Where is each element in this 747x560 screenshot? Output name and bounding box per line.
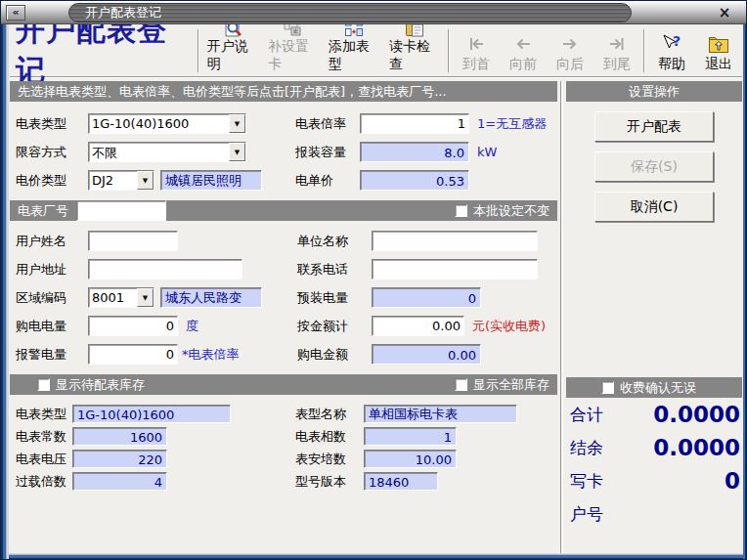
toolbar-button-label: 帮助 <box>658 56 685 73</box>
chevron-down-icon[interactable]: ▼ <box>137 288 154 307</box>
ratio-label: 电表倍率 <box>295 115 360 133</box>
limit-label: 限容方式 <box>10 144 88 161</box>
go-last-button: 到尾 <box>593 25 640 76</box>
model-name-label: 表型名称 <box>295 406 364 423</box>
address-row: 用户地址 联系电话 <box>10 255 557 283</box>
add-meter-model-button[interactable]: 添加表型 <box>324 25 384 76</box>
alarm-qty-row: 报警电量 *电表倍率 购电金额 0.00 <box>10 340 557 368</box>
title-bar: « 开户配表登记 × <box>1 1 746 24</box>
org-label: 单位名称 <box>295 233 372 250</box>
phone-label: 联系电话 <box>295 261 372 279</box>
constant-label: 电表常数 <box>10 428 72 446</box>
help-cursor-icon: ? <box>660 32 683 56</box>
page-title: 开户配表登记 <box>10 25 195 76</box>
window-title: 开户配表登记 <box>85 4 161 22</box>
factory-number-bar: 电表厂号 本批设定不变 <box>10 200 557 221</box>
limit-mode-dropdown[interactable]: 不限 ▼ <box>88 142 246 162</box>
last-arrow-icon <box>606 32 628 56</box>
read-card-check-button[interactable]: 读卡检查 <box>384 25 445 76</box>
purchase-qty-label: 购电电量 <box>10 318 88 335</box>
balance-label: 结余 <box>570 437 603 459</box>
factory-number-input[interactable] <box>76 200 166 221</box>
toolbar-separator <box>448 29 450 72</box>
next-arrow-icon <box>559 32 581 56</box>
ratio-hint: 1=无互感器 <box>477 115 547 133</box>
svg-text:?: ? <box>673 33 681 49</box>
assign-meter-button[interactable]: 开户配表 <box>594 111 714 142</box>
voltage-label: 电表电压 <box>10 451 72 468</box>
action-panel: 设置操作 开户配表 保存(S) 取消(C) 收费确认无误 合计 0.0000 <box>566 81 742 554</box>
unit-price-field: 0.53 <box>360 170 469 191</box>
show-all-stock-checkbox[interactable] <box>455 378 467 391</box>
phone-input[interactable] <box>372 259 538 280</box>
version-field: 18460 <box>364 472 438 491</box>
model-name-field: 单相国标电卡表 <box>364 405 517 423</box>
fee-confirm-checkbox[interactable] <box>601 381 614 394</box>
address-input[interactable] <box>88 259 242 280</box>
meter-type-value: 1G-10(40)1600 <box>89 114 229 133</box>
chevron-down-icon[interactable]: ▼ <box>229 114 245 133</box>
chevron-down-icon[interactable]: ▼ <box>137 171 154 190</box>
price-type-row: 电价类型 DJ2 ▼ 城镇居民照明 电单价 0.53 <box>10 166 557 194</box>
purchase-qty-row: 购电电量 度 按金额计 元(实收电费) <box>10 312 557 340</box>
summary-row-writecard: 写卡 0 <box>566 464 742 497</box>
help-button[interactable]: ? 帮助 <box>648 25 695 76</box>
ampere-field: 10.00 <box>364 450 457 468</box>
info-type-label: 电表类型 <box>10 406 72 423</box>
show-pending-stock-label: 显示待配表库存 <box>56 376 145 394</box>
form-area: 先选择电表类型、电表倍率、电价类型等后点击[开户配表]，查找电表厂号... 电表… <box>10 81 557 554</box>
alarm-label: 报警电量 <box>10 346 88 364</box>
title-pill: 开户配表登记 <box>68 3 632 22</box>
meter-type-row: 电表类型 1G-10(40)1600 ▼ 电表倍率 1=无互感器 <box>10 109 557 138</box>
phase-label: 电表相数 <box>295 428 364 446</box>
prev-arrow-icon <box>512 32 534 56</box>
org-input[interactable] <box>372 231 538 251</box>
writecard-value: 0 <box>603 468 740 494</box>
alarm-input[interactable] <box>88 344 178 365</box>
panel-header-text: 设置操作 <box>629 83 680 101</box>
ratio-input[interactable] <box>360 113 469 134</box>
constant-field: 1600 <box>72 427 167 446</box>
capacity-field: 8.0 <box>360 142 469 162</box>
area-code-row: 区域编码 8001 ▼ 城东人民路变 预装电量 0 <box>10 283 557 312</box>
name-input[interactable] <box>88 231 178 251</box>
exit-button[interactable]: 退出 <box>695 25 742 76</box>
show-pending-stock-checkbox[interactable] <box>37 378 50 391</box>
toolbar-separator <box>643 29 645 72</box>
writecard-label: 写卡 <box>570 470 603 493</box>
preload-label: 预装电量 <box>295 289 372 307</box>
toolbar-button-label: 读卡检查 <box>389 38 440 73</box>
area-code-dropdown[interactable]: 8001 ▼ <box>88 287 154 308</box>
toolbar-button-label: 到尾 <box>603 56 631 73</box>
toolbar-button-label: 开户说明 <box>207 38 258 73</box>
toolbar-button-label: 添加表型 <box>329 38 379 73</box>
first-arrow-icon <box>465 32 487 56</box>
info-type-field: 1G-10(40)1600 <box>72 405 231 423</box>
purchase-qty-unit: 度 <box>186 318 198 335</box>
price-type-value: DJ2 <box>89 171 137 190</box>
summary-row-balance: 结余 0.0000 <box>566 431 742 464</box>
go-next-button: 向后 <box>547 25 593 76</box>
customer-name-row: 用户姓名 单位名称 <box>10 227 557 255</box>
open-account-help-button[interactable]: 开户说明 <box>202 25 263 76</box>
go-first-button: 到首 <box>453 25 500 76</box>
account-label: 户号 <box>570 503 603 526</box>
instruction-bar: 先选择电表类型、电表倍率、电价类型等后点击[开户配表]，查找电表厂号... <box>10 81 557 102</box>
limit-mode-row: 限容方式 不限 ▼ 报装容量 8.0 kW <box>10 138 557 166</box>
close-icon[interactable]: × <box>703 2 746 23</box>
chevron-down-icon[interactable]: ▼ <box>229 143 245 161</box>
meter-info-row: 电表类型 1G-10(40)1600 表型名称 单相国标电卡表 <box>10 403 557 425</box>
capacity-label: 报装容量 <box>295 144 360 161</box>
instruction-text: 先选择电表类型、电表倍率、电价类型等后点击[开户配表]，查找电表厂号... <box>18 83 447 101</box>
batch-fixed-checkbox[interactable] <box>455 204 467 217</box>
save-button: 保存(S) <box>594 151 714 182</box>
meter-type-dropdown[interactable]: 1G-10(40)1600 ▼ <box>88 113 246 134</box>
price-type-dropdown[interactable]: DJ2 ▼ <box>88 170 154 191</box>
by-amount-input[interactable] <box>372 316 464 336</box>
supplement-card-button: 补设置卡 <box>263 25 324 76</box>
purchase-qty-input[interactable] <box>88 316 178 336</box>
address-label: 用户地址 <box>10 261 88 279</box>
fee-confirm-label: 收费确认无误 <box>620 379 696 397</box>
cancel-button[interactable]: 取消(C) <box>594 192 714 222</box>
toolbar-button-label: 到首 <box>462 56 490 73</box>
